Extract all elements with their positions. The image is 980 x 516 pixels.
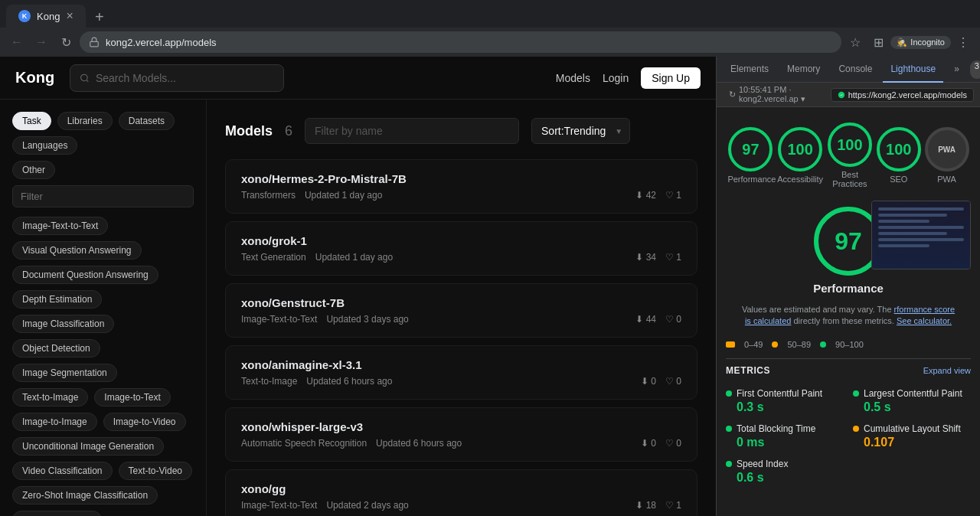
table-row[interactable]: xono/Genstruct-7B Image-Text-to-Text Upd…	[225, 283, 697, 338]
tag-image-to-video[interactable]: Image-to-Video	[103, 413, 186, 431]
tag-depth-estimation[interactable]: Depth Estimation	[12, 290, 102, 309]
sign-up-button[interactable]: Sign Up	[641, 67, 701, 89]
see-calculator-link[interactable]: See calculator.	[897, 316, 952, 325]
task-tags-group: Image-Text-to-Text Visual Question Answe…	[12, 217, 194, 516]
tag-unconditional-gen[interactable]: Unconditional Image Generation	[12, 437, 164, 456]
metric-tbt-name: Total Blocking Time	[726, 423, 844, 434]
login-nav-link[interactable]: Login	[603, 72, 629, 84]
score-pwa: PWA PWA	[925, 127, 969, 184]
tag-text-to-video[interactable]: Text-to-Video	[119, 462, 192, 480]
secure-icon	[838, 91, 845, 99]
tag-languages[interactable]: Languages	[12, 136, 77, 155]
menu-button[interactable]: ⋮	[952, 31, 974, 53]
model-name: xono/gg	[241, 482, 681, 495]
tag-image-to-text[interactable]: Image-to-Text	[94, 388, 170, 407]
models-nav-link[interactable]: Models	[556, 72, 590, 84]
incognito-badge: 🕵 Incognito	[890, 36, 951, 49]
download-stat: ⬇ 42	[635, 190, 656, 201]
metric-fcp-value: 0.3 s	[737, 400, 844, 414]
search-icon	[80, 73, 90, 83]
metric-lcp-value: 0.5 s	[864, 400, 971, 414]
forward-button[interactable]: →	[31, 31, 52, 53]
like-stat: ♡ 0	[665, 314, 681, 325]
model-stats: ⬇ 34 ♡ 1	[635, 252, 681, 263]
sidebar-filter-input[interactable]	[12, 185, 194, 207]
metric-tbt: Total Blocking Time 0 ms	[726, 423, 844, 449]
back-button[interactable]: ←	[6, 31, 28, 53]
new-tab-button[interactable]: +	[89, 6, 110, 28]
tag-text-to-image[interactable]: Text-to-Image	[12, 388, 88, 407]
model-meta: Transformers Updated 1 day ago ⬇ 42 ♡ 1	[241, 190, 681, 201]
devtools-url: https://kong2.vercel.app/models	[848, 90, 967, 100]
tag-libraries[interactable]: Libraries	[57, 112, 113, 130]
metric-si-dot	[726, 461, 732, 467]
tag-image-to-image[interactable]: Image-to-Image	[12, 413, 97, 431]
tag-other[interactable]: Other	[12, 161, 55, 179]
tag-datasets[interactable]: Datasets	[119, 112, 175, 130]
tag-object-detection[interactable]: Object Detection	[12, 339, 100, 358]
tab-close-button[interactable]: ×	[66, 9, 73, 23]
download-stat: ⬇ 34	[635, 252, 656, 263]
model-name: xono/animagine-xl-3.1	[241, 358, 681, 371]
browser-controls: ← → ↻ kong2.vercel.app/models ☆ ⊞ 🕵 Inco…	[0, 28, 980, 57]
bookmark-button[interactable]: ☆	[844, 31, 866, 53]
model-type: Text-to-Image	[241, 376, 297, 387]
table-row[interactable]: xono/whisper-large-v3 Automatic Speech R…	[225, 407, 697, 462]
tag-mask-generation[interactable]: Mask Generation	[12, 511, 102, 516]
like-stat: ♡ 1	[665, 190, 681, 201]
active-tab[interactable]: K Kong ×	[6, 5, 86, 28]
extensions-button[interactable]: ⊞	[867, 31, 889, 53]
legend-dot-needs-improvement	[772, 341, 778, 348]
expand-view-link[interactable]: Expand view	[923, 366, 971, 375]
table-row[interactable]: xono/Hermes-2-Pro-Mistral-7B Transformer…	[225, 159, 697, 214]
ss-line	[878, 207, 964, 211]
tag-visual-qa[interactable]: Visual Question Answering	[12, 241, 142, 260]
search-input[interactable]	[96, 72, 274, 84]
download-stat: ⬇ 18	[635, 500, 656, 511]
tag-video-classification[interactable]: Video Classification	[12, 462, 113, 480]
refresh-button[interactable]: ↻	[55, 31, 77, 53]
tag-task[interactable]: Task	[12, 112, 51, 130]
devtools-tab-memory[interactable]: Memory	[779, 57, 828, 83]
devtools-tab-console[interactable]: Console	[831, 57, 880, 83]
sort-wrapper: Sort:Trending	[531, 118, 630, 144]
performance-title: Performance	[813, 282, 884, 295]
metric-lcp-name: Largest Contentful Paint	[853, 388, 971, 399]
model-filter-input[interactable]	[305, 118, 519, 144]
table-row[interactable]: xono/animagine-xl-3.1 Text-to-Image Upda…	[225, 345, 697, 400]
tag-image-text-to-text[interactable]: Image-Text-to-Text	[12, 217, 108, 235]
tag-doc-qa[interactable]: Document Question Answering	[12, 266, 158, 284]
tag-zero-shot-image[interactable]: Zero-Shot Image Classification	[12, 486, 158, 505]
lock-icon	[89, 37, 100, 47]
lighthouse-scores: 97 Performance 100 Accessibility 100 Bes…	[726, 116, 971, 201]
legend-label-needs-improvement: 50–89	[787, 340, 811, 349]
sidebar: Task Libraries Datasets Languages Other …	[0, 100, 207, 516]
devtools-url-bar: https://kong2.vercel.app/models	[831, 88, 974, 102]
score-label-seo: SEO	[890, 175, 907, 184]
devtools-tab-lighthouse[interactable]: Lighthouse	[883, 57, 943, 83]
omnibox[interactable]: kong2.vercel.app/models	[80, 31, 841, 53]
tag-image-classification[interactable]: Image Classification	[12, 315, 114, 333]
table-row[interactable]: xono/grok-1 Text Generation Updated 1 da…	[225, 221, 697, 276]
reload-analyze-button[interactable]: ↻ 10:55:41 PM · kong2.vercel.ap ▾	[723, 83, 828, 106]
tag-image-segmentation[interactable]: Image Segmentation	[12, 364, 117, 382]
app-logo: Kong	[15, 69, 54, 87]
score-best-practices: 100 Best Practices	[827, 122, 873, 188]
tab-favicon: K	[18, 10, 31, 22]
devtools-tab-more[interactable]: »	[946, 57, 967, 83]
legend-label-poor: 0–49	[744, 340, 763, 349]
devtools-tab-elements[interactable]: Elements	[723, 57, 776, 83]
score-accessibility: 100 Accessibility	[777, 127, 823, 184]
metric-si-value: 0.6 s	[737, 471, 844, 485]
category-tag-row: Task Libraries Datasets Languages	[12, 112, 194, 155]
search-container	[70, 64, 284, 92]
score-circle-best-practices: 100	[828, 122, 872, 167]
model-name: xono/Genstruct-7B	[241, 296, 681, 309]
metric-cls: Cumulative Layout Shift 0.107	[853, 423, 971, 449]
sort-select[interactable]: Sort:Trending	[531, 118, 630, 144]
models-header: Models 6 Sort:Trending	[225, 118, 697, 144]
ss-line	[878, 226, 964, 229]
table-row[interactable]: xono/gg Image-Text-to-Text Updated 2 day…	[225, 469, 697, 516]
model-type: Image-Text-to-Text	[241, 500, 317, 511]
browser-action-buttons: ☆ ⊞ 🕵 Incognito ⋮	[844, 31, 974, 53]
